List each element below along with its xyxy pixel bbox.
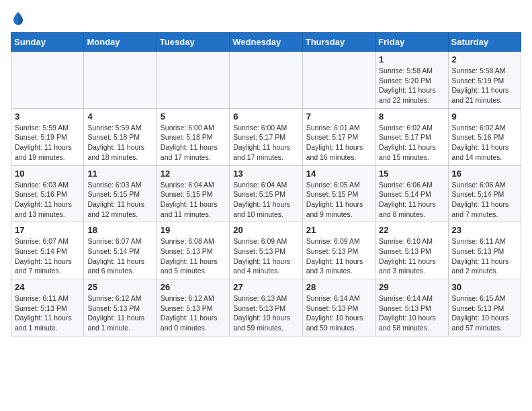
day-number: 28 bbox=[306, 282, 371, 292]
day-number: 24 bbox=[15, 282, 80, 292]
sunrise-text: Sunrise: 5:59 AM bbox=[15, 123, 80, 133]
sunset-text: Sunset: 5:17 PM bbox=[233, 132, 298, 142]
cell-content: Sunrise: 6:00 AMSunset: 5:18 PMDaylight:… bbox=[161, 123, 226, 163]
sunrise-text: Sunrise: 5:59 AM bbox=[87, 123, 152, 133]
calendar-header: SundayMondayTuesdayWednesdayThursdayFrid… bbox=[11, 33, 521, 52]
sunset-text: Sunset: 5:13 PM bbox=[233, 304, 298, 314]
daylight-text: Daylight: 11 hours and 8 minutes. bbox=[379, 199, 444, 219]
sunrise-text: Sunrise: 6:06 AM bbox=[452, 180, 517, 190]
calendar-cell: 25Sunrise: 6:12 AMSunset: 5:13 PMDayligh… bbox=[84, 279, 157, 336]
daylight-text: Daylight: 11 hours and 3 minutes. bbox=[379, 257, 444, 276]
calendar-cell: 17Sunrise: 6:07 AMSunset: 5:14 PMDayligh… bbox=[11, 222, 84, 279]
sunset-text: Sunset: 5:14 PM bbox=[452, 189, 517, 199]
calendar-cell bbox=[84, 52, 157, 109]
daylight-text: Daylight: 11 hours and 18 minutes. bbox=[87, 142, 152, 162]
calendar-cell bbox=[302, 52, 375, 109]
sunset-text: Sunset: 5:13 PM bbox=[15, 304, 80, 314]
daylight-text: Daylight: 10 hours and 57 minutes. bbox=[452, 313, 517, 332]
cell-content: Sunrise: 5:58 AMSunset: 5:20 PMDaylight:… bbox=[379, 66, 444, 105]
daylight-text: Daylight: 11 hours and 17 minutes. bbox=[161, 142, 226, 162]
sunrise-text: Sunrise: 6:00 AM bbox=[161, 123, 226, 133]
daylight-text: Daylight: 10 hours and 58 minutes. bbox=[379, 313, 444, 332]
calendar-cell: 27Sunrise: 6:13 AMSunset: 5:13 PMDayligh… bbox=[230, 279, 302, 336]
cell-content: Sunrise: 6:15 AMSunset: 5:13 PMDaylight:… bbox=[452, 293, 517, 333]
calendar-cell: 3Sunrise: 5:59 AMSunset: 5:19 PMDaylight… bbox=[11, 108, 84, 165]
cell-content: Sunrise: 6:04 AMSunset: 5:15 PMDaylight:… bbox=[233, 180, 298, 220]
day-number: 22 bbox=[379, 225, 444, 235]
sunrise-text: Sunrise: 6:08 AM bbox=[161, 236, 226, 246]
calendar-cell: 18Sunrise: 6:07 AMSunset: 5:14 PMDayligh… bbox=[84, 222, 157, 279]
sunset-text: Sunset: 5:13 PM bbox=[452, 304, 517, 314]
logo-icon bbox=[12, 11, 24, 26]
sunset-text: Sunset: 5:13 PM bbox=[306, 304, 371, 314]
calendar-cell: 10Sunrise: 6:03 AMSunset: 5:16 PMDayligh… bbox=[11, 165, 84, 222]
logo bbox=[11, 11, 24, 26]
calendar-cell: 12Sunrise: 6:04 AMSunset: 5:15 PMDayligh… bbox=[157, 165, 229, 222]
calendar-cell: 14Sunrise: 6:05 AMSunset: 5:15 PMDayligh… bbox=[302, 165, 375, 222]
daylight-text: Daylight: 11 hours and 0 minutes. bbox=[161, 313, 226, 332]
cell-content: Sunrise: 6:07 AMSunset: 5:14 PMDaylight:… bbox=[15, 236, 80, 276]
day-number: 27 bbox=[233, 282, 298, 292]
day-number: 1 bbox=[379, 54, 444, 64]
day-number: 30 bbox=[452, 282, 517, 292]
daylight-text: Daylight: 11 hours and 7 minutes. bbox=[452, 199, 517, 219]
sunset-text: Sunset: 5:13 PM bbox=[233, 246, 298, 257]
daylight-text: Daylight: 11 hours and 15 minutes. bbox=[379, 142, 444, 162]
calendar-cell: 19Sunrise: 6:08 AMSunset: 5:13 PMDayligh… bbox=[157, 222, 229, 279]
sunset-text: Sunset: 5:15 PM bbox=[306, 189, 371, 199]
calendar-cell: 13Sunrise: 6:04 AMSunset: 5:15 PMDayligh… bbox=[230, 165, 302, 222]
weekday-header: Monday bbox=[84, 33, 157, 52]
cell-content: Sunrise: 6:10 AMSunset: 5:13 PMDaylight:… bbox=[379, 236, 444, 276]
daylight-text: Daylight: 11 hours and 16 minutes. bbox=[306, 142, 371, 162]
sunrise-text: Sunrise: 6:14 AM bbox=[306, 293, 371, 304]
cell-content: Sunrise: 6:11 AMSunset: 5:13 PMDaylight:… bbox=[15, 293, 80, 333]
cell-content: Sunrise: 6:08 AMSunset: 5:13 PMDaylight:… bbox=[161, 236, 226, 276]
cell-content: Sunrise: 6:03 AMSunset: 5:16 PMDaylight:… bbox=[15, 180, 80, 220]
cell-content: Sunrise: 5:58 AMSunset: 5:19 PMDaylight:… bbox=[452, 66, 517, 105]
calendar-cell: 1Sunrise: 5:58 AMSunset: 5:20 PMDaylight… bbox=[375, 52, 448, 109]
sunset-text: Sunset: 5:13 PM bbox=[87, 304, 152, 314]
daylight-text: Daylight: 11 hours and 7 minutes. bbox=[15, 257, 80, 276]
daylight-text: Daylight: 11 hours and 4 minutes. bbox=[233, 257, 298, 276]
sunset-text: Sunset: 5:13 PM bbox=[452, 246, 517, 257]
sunset-text: Sunset: 5:17 PM bbox=[306, 132, 371, 142]
day-number: 9 bbox=[452, 111, 517, 122]
calendar-cell: 16Sunrise: 6:06 AMSunset: 5:14 PMDayligh… bbox=[448, 165, 521, 222]
sunrise-text: Sunrise: 6:06 AM bbox=[379, 180, 444, 190]
daylight-text: Daylight: 11 hours and 3 minutes. bbox=[306, 257, 371, 276]
day-number: 17 bbox=[15, 225, 80, 235]
daylight-text: Daylight: 11 hours and 5 minutes. bbox=[161, 257, 226, 276]
sunrise-text: Sunrise: 5:58 AM bbox=[379, 66, 444, 76]
calendar-cell: 23Sunrise: 6:11 AMSunset: 5:13 PMDayligh… bbox=[448, 222, 521, 279]
day-number: 3 bbox=[15, 111, 80, 122]
sunrise-text: Sunrise: 6:10 AM bbox=[379, 236, 444, 246]
calendar-cell bbox=[11, 52, 84, 109]
daylight-text: Daylight: 11 hours and 22 minutes. bbox=[379, 85, 444, 105]
sunrise-text: Sunrise: 6:07 AM bbox=[15, 236, 80, 246]
sunset-text: Sunset: 5:14 PM bbox=[379, 189, 444, 199]
calendar-cell: 21Sunrise: 6:09 AMSunset: 5:13 PMDayligh… bbox=[302, 222, 375, 279]
sunrise-text: Sunrise: 6:05 AM bbox=[306, 180, 371, 190]
day-number: 5 bbox=[161, 111, 226, 122]
sunset-text: Sunset: 5:15 PM bbox=[161, 189, 226, 199]
sunset-text: Sunset: 5:13 PM bbox=[306, 246, 371, 257]
sunrise-text: Sunrise: 5:58 AM bbox=[452, 66, 517, 76]
calendar-table: SundayMondayTuesdayWednesdayThursdayFrid… bbox=[11, 32, 521, 336]
weekday-header: Wednesday bbox=[230, 33, 302, 52]
sunrise-text: Sunrise: 6:12 AM bbox=[87, 293, 152, 304]
cell-content: Sunrise: 6:13 AMSunset: 5:13 PMDaylight:… bbox=[233, 293, 298, 333]
weekday-header: Saturday bbox=[448, 33, 521, 52]
calendar-cell: 26Sunrise: 6:12 AMSunset: 5:13 PMDayligh… bbox=[157, 279, 229, 336]
cell-content: Sunrise: 6:09 AMSunset: 5:13 PMDaylight:… bbox=[233, 236, 298, 276]
day-number: 8 bbox=[379, 111, 444, 122]
cell-content: Sunrise: 6:09 AMSunset: 5:13 PMDaylight:… bbox=[306, 236, 371, 276]
daylight-text: Daylight: 11 hours and 19 minutes. bbox=[15, 142, 80, 162]
cell-content: Sunrise: 6:12 AMSunset: 5:13 PMDaylight:… bbox=[87, 293, 152, 333]
weekday-header: Sunday bbox=[11, 33, 84, 52]
sunset-text: Sunset: 5:17 PM bbox=[379, 132, 444, 142]
calendar-cell: 2Sunrise: 5:58 AMSunset: 5:19 PMDaylight… bbox=[448, 52, 521, 109]
weekday-header: Thursday bbox=[302, 33, 375, 52]
day-number: 21 bbox=[306, 225, 371, 235]
cell-content: Sunrise: 6:05 AMSunset: 5:15 PMDaylight:… bbox=[306, 180, 371, 220]
daylight-text: Daylight: 11 hours and 9 minutes. bbox=[306, 199, 371, 219]
